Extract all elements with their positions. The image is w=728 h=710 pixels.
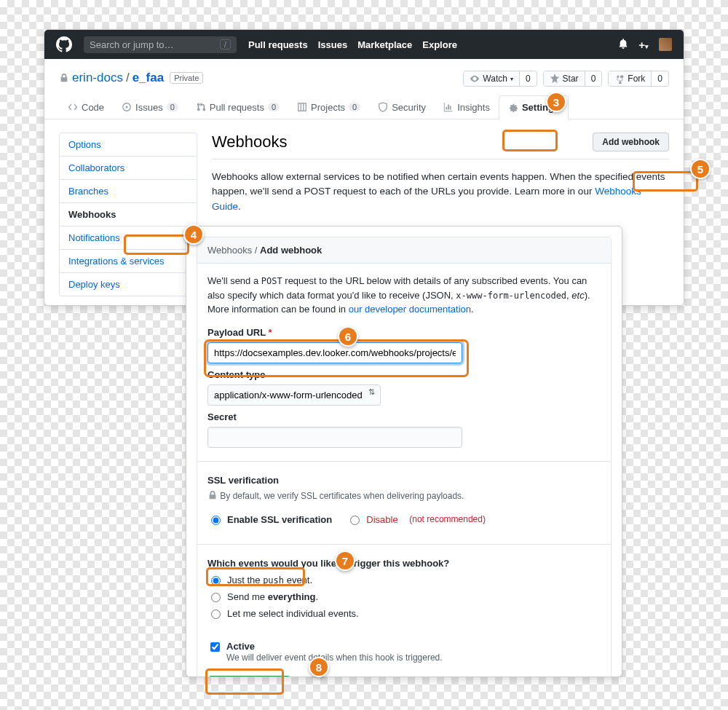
global-search-input[interactable]: Search or jump to… / <box>84 36 237 53</box>
panel-breadcrumb: Webhooks / Add webhook <box>197 237 611 264</box>
add-webhook-button[interactable]: Add webhook <box>593 133 669 151</box>
create-new-dropdown[interactable]: +▾ <box>638 39 649 51</box>
tab-security[interactable]: Security <box>369 95 435 119</box>
add-webhook-panel: Webhooks / Add webhook We'll send a POST… <box>186 226 622 677</box>
gear-icon <box>508 103 518 113</box>
sidebar-item-branches[interactable]: Branches <box>60 180 197 203</box>
shield-icon <box>378 102 388 112</box>
watch-count: 0 <box>520 71 537 86</box>
lock-icon <box>59 73 69 83</box>
nav-explore[interactable]: Explore <box>422 39 457 50</box>
tab-projects[interactable]: Projects0 <box>288 95 369 119</box>
tab-code[interactable]: Code <box>59 95 113 119</box>
active-checkbox[interactable]: Active We will deliver event details whe… <box>207 641 601 663</box>
form-intro: We'll send a POST request to the URL bel… <box>207 274 601 317</box>
fork-count: 0 <box>652 71 668 86</box>
repo-visibility-badge: Private <box>170 72 203 84</box>
sidebar-item-collaborators[interactable]: Collaborators <box>60 157 197 180</box>
svg-rect-2 <box>298 103 306 111</box>
sidebar-item-integrations[interactable]: Integrations & services <box>60 250 197 273</box>
graph-icon <box>443 102 454 112</box>
event-push-radio[interactable]: Just the push event. <box>207 575 601 585</box>
webhooks-description: Webhooks allow external services to be n… <box>212 170 669 214</box>
callout-badge-6: 6 <box>338 326 358 347</box>
callout-badge-3: 3 <box>546 92 566 112</box>
submit-add-webhook-button[interactable]: Add webhook <box>207 676 291 678</box>
content-type-label: Content type <box>207 369 601 380</box>
callout-badge-7: 7 <box>335 551 355 571</box>
nav-pull-requests[interactable]: Pull requests <box>248 39 308 50</box>
tab-insights[interactable]: Insights <box>435 95 499 119</box>
global-nav: Pull requests Issues Marketplace Explore <box>248 39 457 50</box>
fork-button[interactable]: Fork 0 <box>608 71 669 87</box>
repo-owner-link[interactable]: erin-docs <box>72 71 123 85</box>
sidebar-item-notifications[interactable]: Notifications <box>60 226 197 250</box>
fork-icon <box>614 74 625 84</box>
ssl-heading: SSL verification <box>207 475 601 486</box>
lock-icon <box>207 490 218 500</box>
page-title: Webhooks <box>212 133 288 151</box>
projects-icon <box>297 102 307 112</box>
notifications-bell-icon[interactable] <box>618 39 628 51</box>
star-count: 0 <box>585 71 602 86</box>
event-everything-radio[interactable]: Send me everything. <box>207 591 601 602</box>
nav-issues[interactable]: Issues <box>318 39 347 50</box>
svg-point-1 <box>126 106 127 108</box>
pull-request-icon <box>196 102 206 112</box>
callout-badge-5: 5 <box>690 159 711 179</box>
callout-badge-4: 4 <box>183 224 204 245</box>
issues-icon <box>122 102 132 112</box>
ssl-note: By default, we verify SSL certificates w… <box>207 490 601 501</box>
secret-input[interactable] <box>207 427 462 448</box>
tab-issues[interactable]: Issues0 <box>113 95 187 119</box>
github-global-header: Search or jump to… / Pull requests Issue… <box>44 30 684 59</box>
developer-docs-link[interactable]: our developer documentation <box>349 304 471 315</box>
search-placeholder: Search or jump to… <box>90 39 174 50</box>
repo-nav-tabs: Code Issues0 Pull requests0 Projects0 Se… <box>44 95 684 119</box>
star-button[interactable]: Star 0 <box>543 71 603 87</box>
sidebar-item-deploy-keys[interactable]: Deploy keys <box>60 273 197 296</box>
content-type-select[interactable]: application/x-www-form-urlencoded <box>207 384 381 406</box>
code-icon <box>68 102 78 112</box>
secret-label: Secret <box>207 411 601 422</box>
repo-header: erin-docs / e_faa Private Watch ▾ 0 Star… <box>44 59 684 87</box>
settings-sidebar: Options Collaborators Branches Webhooks … <box>59 133 197 296</box>
tab-pulls[interactable]: Pull requests0 <box>187 95 288 119</box>
github-logo-icon[interactable] <box>56 36 72 52</box>
ssl-disable-radio[interactable]: Disable (not recommended) <box>347 514 486 525</box>
event-individual-radio[interactable]: Let me select individual events. <box>207 608 601 619</box>
callout-badge-8: 8 <box>309 657 329 677</box>
ssl-enable-radio[interactable]: Enable SSL verification <box>207 514 332 525</box>
payload-url-label: Payload URL * <box>207 327 601 338</box>
sidebar-item-webhooks[interactable]: Webhooks <box>60 203 197 226</box>
sidebar-item-options[interactable]: Options <box>60 133 197 157</box>
watch-button[interactable]: Watch ▾ 0 <box>463 71 537 87</box>
payload-url-input[interactable] <box>207 342 462 363</box>
slash-key-icon: / <box>220 39 231 50</box>
nav-marketplace[interactable]: Marketplace <box>357 39 412 50</box>
events-heading: Which events would you like to trigger t… <box>207 558 601 569</box>
user-avatar[interactable] <box>659 38 672 51</box>
star-icon <box>550 74 560 84</box>
repo-name-link[interactable]: e_faa <box>132 71 164 85</box>
eye-icon <box>470 74 480 84</box>
